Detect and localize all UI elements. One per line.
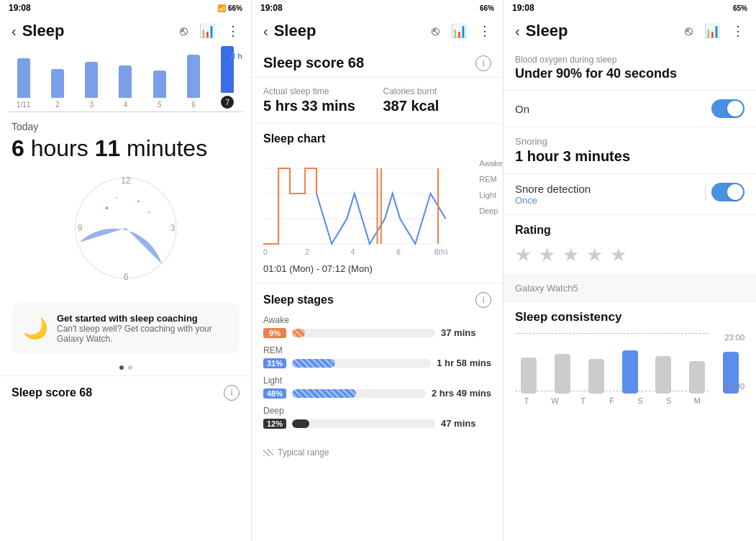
week-bar-item[interactable]: 6 (178, 55, 208, 109)
snoring-section: Snoring 1 hour 3 minutes (504, 127, 756, 174)
stage-bg-light (292, 389, 426, 398)
snore-detect-label: Snore detection (515, 183, 591, 195)
info-button-stages[interactable]: i (475, 292, 491, 308)
bar-fill (51, 69, 64, 98)
stage-bar-deep: 12% 47 mins (263, 418, 491, 429)
time-2: 19:08 (260, 3, 283, 13)
sleep-time-value: 5 hrs 33 mins (263, 98, 372, 114)
cons-bar-wrap (683, 361, 711, 394)
star-5[interactable]: ★ (610, 244, 627, 266)
consistency-section: Sleep consistency 23:00 07:00 TWTFSSM (504, 301, 756, 417)
week-bar-item[interactable]: 4 (111, 65, 140, 109)
snore-detection-toggle[interactable] (711, 183, 744, 201)
week-bar-item[interactable]: 1/11 (9, 58, 38, 109)
battery-1: 66% (228, 4, 242, 12)
blood-oxygen-value: Under 90% for 40 seconds (515, 66, 744, 81)
stage-fill-deep (292, 419, 309, 428)
back-button-1[interactable]: ‹ (12, 23, 17, 40)
sleep-hours: 6 (12, 135, 24, 161)
more-icon-2[interactable]: ⋮ (478, 23, 491, 39)
calories-label: Calories burnt (383, 86, 492, 96)
status-icons-1: 📶 66% (217, 4, 242, 12)
score-title: Sleep score 68 (263, 55, 364, 71)
clock-display: 12 3 6 9 ✦ ✦ ✦ ✦ (12, 171, 240, 286)
week-bar-item[interactable]: 3 (77, 62, 106, 109)
info-button-1[interactable]: i (224, 385, 240, 401)
snore-detect-right (705, 183, 744, 201)
chart-icon-3[interactable]: 📊 (704, 23, 720, 39)
toggle-on-label: On (515, 103, 529, 115)
typical-range-icon (263, 449, 273, 456)
status-bar-2: 19:08 66% (252, 0, 503, 16)
svg-text:8(h): 8(h) (434, 248, 448, 255)
page-title-2: Sleep (274, 22, 432, 40)
cons-bar (588, 359, 604, 394)
svg-text:6: 6 (396, 248, 401, 255)
star-3[interactable]: ★ (563, 244, 579, 266)
star-2[interactable]: ★ (539, 244, 555, 266)
coaching-text: Get started with sleep coaching Can't sl… (57, 313, 228, 344)
chart-title: Sleep chart (252, 124, 503, 148)
coaching-icon: 🌙 (23, 317, 48, 340)
blood-oxygen-toggle[interactable] (711, 99, 744, 118)
battery-2: 66% (480, 4, 494, 12)
blood-oxygen-label: Blood oxygen during sleep (515, 55, 744, 65)
chart-icon-2[interactable]: 📊 (451, 23, 467, 39)
stage-fill-light (292, 389, 356, 398)
share-icon-2[interactable]: ⎋ (432, 24, 440, 39)
nav-icons-1: ⎋ 📊 ⋮ (180, 23, 240, 39)
stage-name-rem: REM (263, 345, 491, 355)
day-labels-row: TWTFSSM (515, 396, 744, 405)
svg-text:✦: ✦ (147, 210, 150, 214)
info-button-2[interactable]: i (475, 55, 491, 71)
more-icon-1[interactable]: ⋮ (227, 23, 240, 39)
label-awake: Awake (479, 155, 503, 171)
stage-row-deep: Deep 12% 47 mins (263, 406, 491, 429)
stat-sleep-time: Actual sleep time 5 hrs 33 mins (263, 86, 372, 114)
back-button-3[interactable]: ‹ (515, 23, 520, 40)
label-rem: REM (479, 171, 503, 187)
panel-3: 19:08 65% ‹ Sleep ⎋ 📊 ⋮ Blood oxygen dur… (504, 0, 756, 541)
stage-dur-rem: 1 hr 58 mins (437, 358, 491, 368)
more-icon-3[interactable]: ⋮ (732, 23, 744, 39)
week-bar-item[interactable]: 2 (42, 69, 72, 109)
time-label-top: 23:00 (724, 333, 744, 342)
time-range: 01:01 (Mon) - 07:12 (Mon) (252, 260, 503, 283)
share-icon-3[interactable]: ⎋ (685, 24, 693, 39)
day-label: S (657, 396, 680, 405)
panel-1: 19:08 📶 66% ‹ Sleep ⎋ 📊 ⋮ 8 h 1/11234567… (0, 0, 252, 541)
stage-bg-deep (292, 419, 435, 428)
snore-detect-text: Snore detection Once (515, 183, 591, 206)
back-button-2[interactable]: ‹ (263, 23, 268, 40)
week-bar-item[interactable]: 5 (145, 71, 174, 109)
sleep-minutes: 11 (95, 135, 121, 161)
page-title-1: Sleep (22, 22, 180, 40)
star-1[interactable]: ★ (515, 244, 532, 266)
bar-fill (119, 65, 132, 98)
dot-1 (119, 365, 124, 370)
status-icons-3: 65% (733, 4, 747, 12)
bar-fill (153, 71, 166, 98)
share-icon-1[interactable]: ⎋ (180, 24, 188, 39)
svg-text:12: 12 (121, 176, 131, 186)
status-bar-3: 19:08 65% (504, 0, 756, 16)
dot-2 (128, 365, 132, 370)
chart-icon-1[interactable]: 📊 (199, 23, 215, 39)
snore-detection-section: Snore detection Once (504, 174, 756, 215)
svg-text:✦: ✦ (137, 199, 140, 204)
snoring-value: 1 hour 3 minutes (515, 148, 744, 165)
bar-label: 2 (55, 101, 60, 109)
typical-range-row: Typical range (252, 445, 503, 463)
svg-text:6: 6 (123, 272, 128, 282)
8h-label: 8 h (231, 52, 242, 60)
time-label-bottom: 07:00 (724, 382, 744, 391)
star-4[interactable]: ★ (586, 244, 603, 266)
hours-word: hours (31, 135, 88, 161)
coaching-card[interactable]: 🌙 Get started with sleep coaching Can't … (12, 303, 240, 354)
cons-bar-wrap (515, 358, 543, 394)
time-1: 19:08 (9, 3, 31, 13)
cons-bar-wrap (616, 350, 644, 394)
today-section: Today 6 hours 11 minutes 12 3 6 9 ✦ ✦ ✦ (0, 112, 251, 297)
status-bar-1: 19:08 📶 66% (0, 0, 251, 16)
stage-name-light: Light (263, 376, 491, 386)
